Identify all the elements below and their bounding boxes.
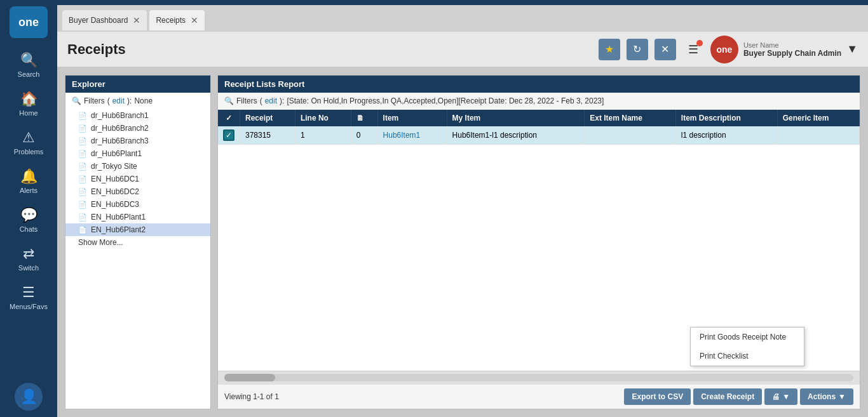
filters-value: None <box>134 96 153 105</box>
panel-filters-edit-link[interactable]: edit <box>265 96 277 105</box>
sidebar-item-dr-hub6plant1[interactable]: 📄 dr_Hub6Plant1 <box>65 147 210 160</box>
panel-filters: 🔍 Filters (edit): [State: On Hold,In Pro… <box>218 93 860 110</box>
tab-buyer-dashboard-close[interactable]: ✕ <box>133 16 140 25</box>
left-navigation: one 🔍 Search 🏠 Home ⚠ Problems 🔔 Alerts … <box>0 0 57 417</box>
panel-header: Receipt Lists Report <box>218 76 860 93</box>
nav-item-home[interactable]: 🏠 Home <box>2 86 56 122</box>
explorer-sidebar: Explorer 🔍 Filters (edit): None 📄 dr_Hub… <box>65 75 211 409</box>
sidebar-item-en-hub6plant2[interactable]: 📄 EN_Hub6Plant2 <box>65 223 210 236</box>
cell-receipt: 378315 <box>240 126 295 145</box>
main-header: Receipts ★ ↻ ✕ ☰ one User Name Buyer Sup… <box>57 32 868 67</box>
col-header-receipt[interactable]: Receipt <box>240 110 295 126</box>
document-icon: 📄 <box>78 150 87 158</box>
sidebar-item-en-hub6dc1[interactable]: 📄 EN_Hub6DC1 <box>65 173 210 185</box>
table-header-row: ✓ Receipt Line No 🗎 Item My Item Ext Ite… <box>218 110 860 126</box>
printer-icon: 🖨 <box>772 392 780 401</box>
viewing-count: Viewing 1-1 of 1 <box>224 392 279 401</box>
scroll-track <box>224 374 853 381</box>
user-info: User Name Buyer Supply Chain Admin <box>743 41 841 58</box>
warning-icon: ⚠ <box>22 129 35 146</box>
document-icon: 📄 <box>78 124 87 133</box>
user-dropdown-button[interactable]: ▼ <box>846 43 858 56</box>
menu-button[interactable]: ☰ <box>682 39 704 60</box>
tab-receipts-label: Receipts <box>156 16 186 25</box>
sidebar-item-dr-tokyo-site[interactable]: 📄 dr_Tokyo Site <box>65 160 210 173</box>
filters-label: Filters <box>84 96 105 105</box>
sidebar-item-dr-hub6branch3[interactable]: 📄 dr_Hub6Branch3 <box>65 135 210 147</box>
scroll-thumb[interactable] <box>224 374 275 381</box>
col-header-item-description[interactable]: Item Description <box>675 110 777 126</box>
cell-item-description: l1 description <box>675 126 777 145</box>
switch-icon: ⇄ <box>23 246 34 262</box>
nav-item-switch[interactable]: ⇄ Switch <box>2 241 56 277</box>
document-icon: 📄 <box>78 112 87 120</box>
cell-line-no: 1 <box>295 126 351 145</box>
item-link[interactable]: Hub6Item1 <box>383 131 421 140</box>
panel-filter-icon: 🔍 <box>224 96 234 105</box>
sidebar-item-en-hub6dc2[interactable]: 📄 EN_Hub6DC2 <box>65 185 210 198</box>
user-role: Buyer Supply Chain Admin <box>743 49 841 58</box>
col-header-item[interactable]: Item <box>377 110 447 126</box>
top-accent-bar <box>57 0 868 5</box>
create-receipt-button[interactable]: Create Receipt <box>693 388 762 405</box>
col-header-ext-item-name[interactable]: Ext Item Name <box>585 110 676 126</box>
nav-label-chats: Chats <box>20 225 38 233</box>
notification-dot <box>696 40 703 46</box>
checked-icon: ✓ <box>223 129 234 141</box>
show-more-button[interactable]: Show More... <box>65 236 210 249</box>
tab-receipts[interactable]: Receipts ✕ <box>149 10 205 30</box>
page-title: Receipts <box>67 41 592 58</box>
refresh-button[interactable]: ↻ <box>627 39 648 60</box>
sidebar-item-en-hub6dc3[interactable]: 📄 EN_Hub6DC3 <box>65 198 210 211</box>
export-csv-button[interactable]: Export to CSV <box>624 388 691 405</box>
col-header-line-no[interactable]: Line No <box>295 110 351 126</box>
col-header-doc[interactable]: 🗎 <box>351 110 377 126</box>
star-button[interactable]: ★ <box>599 39 620 60</box>
sidebar-item-en-hub6plant1[interactable]: 📄 EN_Hub6Plant1 <box>65 211 210 223</box>
print-dropdown-arrow: ▼ <box>782 392 790 401</box>
row-checkbox[interactable]: ✓ <box>218 126 240 145</box>
document-icon: 📄 <box>78 188 87 196</box>
app-logo[interactable]: one <box>10 6 48 38</box>
filter-icon: 🔍 <box>72 96 81 105</box>
cell-my-item: Hub6Item1-l1 description <box>447 126 585 145</box>
context-menu: Print Goods Receipt Note Print Checklist <box>690 327 804 366</box>
document-icon: 📄 <box>78 201 87 209</box>
nav-item-chats[interactable]: 💬 Chats <box>2 202 56 238</box>
tab-buyer-dashboard[interactable]: Buyer Dashboard ✕ <box>62 10 147 30</box>
tab-receipts-close[interactable]: ✕ <box>191 16 198 25</box>
panel-filters-label: Filters <box>236 96 257 105</box>
explorer-header: Explorer <box>65 76 210 93</box>
receipts-table: ✓ Receipt Line No 🗎 Item My Item Ext Ite… <box>218 110 860 145</box>
nav-label-home: Home <box>19 109 37 117</box>
table-row[interactable]: ✓ 378315 1 0 Hub6Item1 Hub6Item1-l1 desc… <box>218 126 860 145</box>
bell-icon: 🔔 <box>20 168 37 185</box>
actions-dropdown-arrow: ▼ <box>838 392 846 401</box>
col-header-my-item[interactable]: My Item <box>447 110 585 126</box>
bottom-actions: Export to CSV Create Receipt 🖨 ▼ Actions… <box>624 388 853 405</box>
show-more-label: Show More... <box>78 238 123 247</box>
print-button[interactable]: 🖨 ▼ <box>764 388 797 405</box>
actions-button[interactable]: Actions ▼ <box>800 388 853 405</box>
col-header-check[interactable]: ✓ <box>218 110 240 126</box>
col-header-generic-item[interactable]: Generic Item <box>777 110 859 126</box>
nav-item-alerts[interactable]: 🔔 Alerts <box>2 163 56 199</box>
nav-item-search[interactable]: 🔍 Search <box>2 47 56 83</box>
context-menu-item-print-checklist[interactable]: Print Checklist <box>691 347 804 366</box>
user-avatar-nav[interactable]: 👤 <box>15 383 43 411</box>
cell-item: Hub6Item1 <box>377 126 447 145</box>
cell-ext-item-name <box>585 126 676 145</box>
nav-item-menus[interactable]: ☰ Menus/Favs <box>2 279 56 315</box>
search-icon: 🔍 <box>20 52 37 69</box>
context-menu-item-print-goods[interactable]: Print Goods Receipt Note <box>691 328 804 347</box>
user-name-display: User Name <box>743 41 841 49</box>
cell-generic-item <box>777 126 859 145</box>
sidebar-item-dr-hub6branch2[interactable]: 📄 dr_Hub6Branch2 <box>65 122 210 135</box>
sidebar-item-dr-hub6branch1[interactable]: 📄 dr_Hub6Branch1 <box>65 109 210 122</box>
horizontal-scrollbar[interactable] <box>218 371 860 384</box>
close-tab-button[interactable]: ✕ <box>654 39 676 60</box>
filters-edit-link[interactable]: edit <box>112 96 125 105</box>
nav-item-problems[interactable]: ⚠ Problems <box>2 124 56 161</box>
document-icon: 📄 <box>78 226 87 234</box>
cell-doc: 0 <box>351 126 377 145</box>
